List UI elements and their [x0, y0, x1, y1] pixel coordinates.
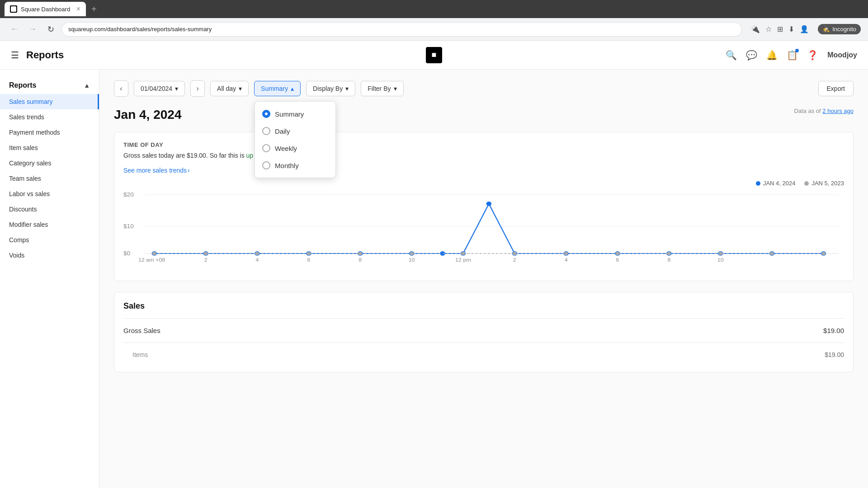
sidebar-section-title: Reports	[9, 81, 36, 89]
sidebar-item-team-sales[interactable]: Team sales	[0, 171, 99, 186]
incognito-icon: 🕵	[822, 26, 830, 33]
download-icon[interactable]: ⬇	[788, 25, 794, 33]
svg-text:8: 8	[359, 257, 362, 263]
chart-container: $20 $10 $0	[123, 190, 844, 272]
help-icon[interactable]: ❓	[807, 50, 818, 61]
chart-dot-prev	[513, 252, 517, 255]
gross-sales-label: Gross Sales	[123, 327, 160, 334]
svg-text:12 pm: 12 pm	[455, 257, 471, 263]
header-logo: ■	[426, 47, 442, 63]
dropdown-item-monthly[interactable]: Monthly	[255, 157, 335, 174]
items-label: Items	[132, 351, 148, 358]
dropdown-item-summary[interactable]: Summary	[255, 105, 335, 122]
summary-btn[interactable]: Summary ▴ Summary Daily	[254, 81, 301, 96]
chart-dot-prev	[667, 252, 671, 255]
list-icon[interactable]: 📋	[787, 50, 798, 61]
radio-summary	[262, 110, 270, 118]
active-tab[interactable]: Square Dashboard ×	[5, 2, 86, 16]
dropdown-item-daily[interactable]: Daily	[255, 122, 335, 140]
dropdown-summary-label: Summary	[275, 110, 304, 118]
tab-bar: Square Dashboard × +	[0, 0, 868, 18]
address-bar[interactable]: squareup.com/dashboard/sales/reports/sal…	[61, 22, 742, 37]
dropdown-monthly-label: Monthly	[275, 162, 299, 169]
user-label[interactable]: Moodjoy	[827, 51, 857, 59]
next-date-btn[interactable]: ›	[190, 80, 205, 97]
sales-section-title: Sales	[123, 301, 844, 311]
chart-legend: JAN 4, 2024 JAN 5, 2023	[123, 180, 844, 187]
next-arrow-icon: ›	[196, 84, 198, 93]
sidebar-chevron-icon[interactable]: ▲	[84, 82, 90, 89]
header-right: 🔍 💬 🔔 📋 ❓ Moodjoy	[726, 50, 857, 61]
extension-icon[interactable]: 🔌	[751, 25, 760, 33]
chart-dot-prev	[358, 252, 362, 255]
gross-sales-value: $19.00	[823, 327, 844, 334]
allday-label: All day	[217, 85, 236, 92]
chart-svg: $20 $10 $0	[123, 190, 844, 263]
legend-label-today: JAN 4, 2024	[763, 180, 796, 187]
profile-icon[interactable]: 👤	[800, 25, 809, 33]
new-tab-btn[interactable]: +	[88, 4, 100, 14]
tab-close-btn[interactable]: ×	[76, 5, 80, 13]
items-value: $19.00	[825, 351, 844, 358]
divider	[123, 318, 844, 319]
allday-chevron-icon: ▾	[239, 85, 242, 92]
app-header: ☰ Reports ■ 🔍 💬 🔔 📋 ❓ Moodjoy	[0, 41, 868, 70]
svg-text:4: 4	[256, 257, 259, 263]
dropdown-item-weekly[interactable]: Weekly	[255, 140, 335, 157]
chart-line-today	[154, 204, 823, 253]
displayby-chevron-icon: ▾	[345, 85, 349, 92]
sidebar-item-voids[interactable]: Voids	[0, 248, 99, 263]
legend-item-today: JAN 4, 2024	[756, 180, 796, 187]
sidebar-item-payment-methods[interactable]: Payment methods	[0, 125, 99, 140]
browser-nav: ← → ↻ squareup.com/dashboard/sales/repor…	[0, 18, 868, 41]
allday-btn[interactable]: All day ▾	[210, 81, 249, 96]
export-label: Export	[827, 85, 845, 92]
back-btn[interactable]: ←	[7, 22, 22, 37]
sidebar-item-sales-summary[interactable]: Sales summary	[0, 94, 99, 109]
app-title: Reports	[26, 49, 64, 61]
chart-description: Gross sales today are $19.00. So far thi…	[123, 152, 844, 159]
chart-dot-prev	[564, 252, 568, 255]
refresh-btn[interactable]: ↻	[43, 22, 58, 37]
displayby-btn[interactable]: Display By ▾	[306, 81, 355, 96]
chat-icon[interactable]: 💬	[746, 50, 757, 61]
prev-date-btn[interactable]: ‹	[114, 80, 128, 97]
filterby-btn[interactable]: Filter By ▾	[361, 81, 403, 96]
tab-manager-icon[interactable]: ⊞	[777, 25, 783, 33]
legend-label-prev: JAN 5, 2023	[811, 180, 844, 187]
bell-icon[interactable]: 🔔	[766, 50, 778, 61]
date-picker-btn[interactable]: 01/04/2024 ▾	[134, 81, 185, 96]
dropdown-weekly-label: Weekly	[275, 145, 297, 152]
svg-text:12 am +08: 12 am +08	[138, 257, 165, 263]
sidebar-item-modifier-sales[interactable]: Modifier sales	[0, 217, 99, 232]
forward-btn[interactable]: →	[25, 22, 40, 37]
sidebar-item-discounts[interactable]: Discounts	[0, 202, 99, 217]
see-more-arrow-icon: ›	[188, 167, 190, 174]
sidebar-item-sales-trends[interactable]: Sales trends	[0, 109, 99, 125]
freshness-link[interactable]: 2 hours ago	[822, 108, 854, 114]
radio-weekly	[262, 144, 270, 152]
search-icon[interactable]: 🔍	[726, 50, 737, 61]
sidebar-item-category-sales[interactable]: Category sales	[0, 155, 99, 171]
chart-section-title: TIME OF DAY	[123, 141, 844, 148]
chart-dot-prev	[615, 252, 619, 255]
sidebar-item-labor-vs-sales[interactable]: Labor vs sales	[0, 186, 99, 202]
legend-dot-today	[756, 181, 760, 186]
sidebar-item-item-sales[interactable]: Item sales	[0, 140, 99, 155]
prev-arrow-icon: ‹	[120, 84, 122, 93]
see-more-link[interactable]: See more sales trends ›	[123, 167, 190, 174]
date-chevron-icon: ▾	[175, 85, 178, 92]
address-text: squareup.com/dashboard/sales/reports/sal…	[68, 26, 212, 33]
toolbar: ‹ 01/04/2024 ▾ › All day ▾ Summary ▴	[114, 80, 854, 97]
incognito-section[interactable]: 🕵 Incognito	[818, 24, 861, 34]
tab-favicon	[10, 5, 17, 13]
star-icon[interactable]: ☆	[765, 25, 772, 33]
displayby-label: Display By	[313, 85, 343, 92]
tab-title: Square Dashboard	[21, 6, 70, 13]
hamburger-icon[interactable]: ☰	[11, 50, 19, 61]
sidebar-item-comps[interactable]: Comps	[0, 232, 99, 248]
chart-dot-prev	[718, 252, 722, 255]
export-btn[interactable]: Export	[818, 81, 854, 96]
svg-text:4: 4	[565, 257, 568, 263]
see-more-label: See more sales trends	[123, 167, 187, 174]
